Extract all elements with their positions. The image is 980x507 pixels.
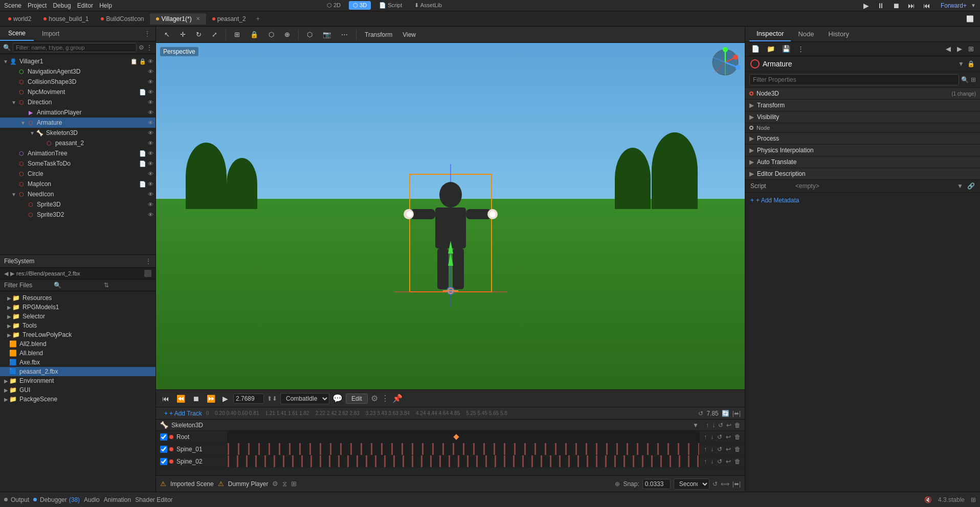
tab-world2[interactable]: world2 <box>2 13 37 25</box>
anim-zoom-slider[interactable]: ⟺ <box>721 480 729 488</box>
tree-eye-needicon[interactable]: 👁 <box>148 191 153 197</box>
dropdown-arrow[interactable]: ▼ <box>971 3 976 8</box>
tree-item-sprite3d2[interactable]: ▶ ⬡ Sprite3D2 👁 <box>0 210 155 220</box>
tree-item-npc[interactable]: ▶ ⬡ NpcMoviment 📄 👁 <box>0 87 155 97</box>
rotate-tool[interactable]: ↻ <box>192 29 206 40</box>
track-keyframes-spine01[interactable] <box>228 443 699 455</box>
audio-icon[interactable]: 🔇 <box>924 496 932 503</box>
local-global[interactable]: ⬡ <box>303 29 317 40</box>
menu-help[interactable]: Help <box>99 2 112 9</box>
anim-settings-btn[interactable]: ⚙ <box>371 394 378 403</box>
anim-comment-btn[interactable]: 💬 <box>332 394 343 403</box>
filter-search-icon[interactable]: 🔍 <box>961 76 969 83</box>
anim-layout-icon[interactable]: ⊞ <box>291 480 297 488</box>
play-button[interactable]: ▶ <box>861 1 871 11</box>
tab-add-button[interactable]: + <box>252 13 264 25</box>
tree-item-circle[interactable]: ▶ ⬡ Circle 👁 <box>0 169 155 179</box>
inspector-tool1[interactable]: 📄 <box>749 44 762 54</box>
add-track-button[interactable]: + + Add Track <box>160 410 206 417</box>
fs-item-resources[interactable]: ▶ 📁 Resources <box>0 293 155 303</box>
fs-search-icon[interactable]: 🔍 <box>54 282 101 289</box>
anim-name-select[interactable]: CombatIdle <box>280 393 329 404</box>
fs-item-tools[interactable]: ▶ 📁 Tools <box>0 321 155 330</box>
tree-eye-circle[interactable]: 👁 <box>148 171 153 177</box>
scale-tool[interactable]: ⤢ <box>208 29 221 40</box>
tree-eye-task[interactable]: 👁 <box>148 160 153 167</box>
track-group-action1[interactable]: ↑ <box>706 422 709 429</box>
script-dropdown[interactable]: ▼ <box>957 182 963 190</box>
track-undo-spine02[interactable]: ↩ <box>725 457 732 466</box>
anim-play-btn[interactable]: ▶ <box>220 394 230 404</box>
status-debugger[interactable]: Debugger (38) <box>33 496 80 503</box>
track-up-spine02[interactable]: ↑ <box>703 457 708 466</box>
tree-item-needicon[interactable]: ▼ ⬡ NeedIcon 👁 <box>0 189 155 199</box>
camera-tool[interactable]: 📷 <box>319 29 335 40</box>
tree-eye-sprite3d2[interactable]: 👁 <box>148 212 153 218</box>
anim-refresh-icon[interactable]: 🔄 <box>722 410 729 417</box>
fs-item-rpgmodels[interactable]: ▶ 📁 RPGModels1 <box>0 303 155 312</box>
anim-time-input[interactable] <box>233 394 264 404</box>
tab-maximize[interactable]: ⬜ <box>962 13 978 25</box>
status-audio[interactable]: Audio <box>84 496 100 503</box>
panel-tab-import[interactable]: Import <box>34 27 68 40</box>
fs-item-all2blend[interactable]: 🟧 All2.blend <box>0 339 155 349</box>
tree-lock-villager1[interactable]: 🔒 <box>139 58 146 65</box>
select-tool[interactable]: ↖ <box>160 29 174 40</box>
step-back[interactable]: ⏮ <box>921 1 932 11</box>
anim-filter-icon[interactable]: ⧖ <box>282 480 287 488</box>
fs-item-selector[interactable]: ▶ 📁 Selector <box>0 312 155 321</box>
pivot-tool[interactable]: ⊕ <box>280 29 294 40</box>
fs-item-allblend[interactable]: 🟧 All.blend <box>0 349 155 358</box>
anim-edit-btn[interactable]: Edit <box>346 394 368 404</box>
track-undo-root[interactable]: ↩ <box>725 433 732 441</box>
tree-eye-nav[interactable]: 👁 <box>148 68 153 75</box>
transform-section[interactable]: ▶ Transform <box>745 100 980 111</box>
track-reset-root[interactable]: ↺ <box>716 433 723 441</box>
tree-item-collision[interactable]: ▶ ⬡ CollisionShape3D 👁 <box>0 77 155 87</box>
fs-forward-btn[interactable]: ▶ <box>10 270 14 277</box>
tree-eye-animplayer[interactable]: 👁 <box>148 109 153 116</box>
move-tool[interactable]: ✛ <box>176 29 190 40</box>
tree-item-sprite3d[interactable]: ▶ ⬡ Sprite3D 👁 <box>0 199 155 210</box>
inspector-tab-node[interactable]: Node <box>791 27 821 41</box>
tree-item-peasant2-mesh[interactable]: ▶ ⬡ peasant_2 👁 <box>0 138 155 148</box>
track-check-spine02[interactable] <box>160 458 167 465</box>
mode-script[interactable]: 📄 Script <box>375 1 406 10</box>
track-up-spine01[interactable]: ↑ <box>703 445 708 453</box>
inspector-forward[interactable]: ▶ <box>955 44 964 54</box>
anim-next-frame[interactable]: ⏩ <box>205 394 217 404</box>
physics-interp-section[interactable]: ▶ Physics Interpolation <box>745 145 980 156</box>
status-animation[interactable]: Animation <box>104 496 131 503</box>
anim-fit-all[interactable]: |⬌| <box>732 480 741 488</box>
anim-bottom-icon1[interactable]: ⚙ <box>272 480 278 488</box>
tree-item-armature[interactable]: ▼ ⬡ Armature 👁 <box>0 118 155 128</box>
tree-eye-armature[interactable]: 👁 <box>148 120 153 126</box>
fs-item-environment[interactable]: ▶ 📁 Environment <box>0 376 155 385</box>
visibility-section[interactable]: ▶ Visibility <box>745 111 980 123</box>
track-check-root[interactable] <box>160 433 167 441</box>
version-settings[interactable]: ⊞ <box>971 496 976 503</box>
track-group-arrow[interactable]: ▼ <box>693 422 699 429</box>
menu-scene[interactable]: Scene <box>4 2 21 9</box>
tab-buildcost[interactable]: BuildCostIcon <box>95 13 150 25</box>
3d-viewport[interactable]: Perspective <box>156 43 745 389</box>
inspector-tab-history[interactable]: History <box>821 27 856 41</box>
node-type-dropdown[interactable]: ▼ <box>958 60 964 67</box>
filesystem-menu[interactable]: ⋮ <box>145 258 151 265</box>
inspector-tab-inspector[interactable]: Inspector <box>749 27 791 41</box>
track-reset-spine01[interactable]: ↺ <box>716 445 723 453</box>
fs-item-peasant2fbx[interactable]: 🟦 peasant_2.fbx <box>0 367 155 376</box>
add-metadata-row[interactable]: + + Add Metadata <box>745 193 980 208</box>
grid-snap[interactable]: ⊞ <box>230 29 244 40</box>
tree-item-task[interactable]: ▶ ⬡ SomeTaskToDo 📄 👁 <box>0 158 155 169</box>
status-output[interactable]: Output <box>4 496 29 503</box>
inspector-tool2[interactable]: 📁 <box>765 44 777 54</box>
fs-back-btn[interactable]: ◀ <box>4 270 8 277</box>
tree-item-villager1[interactable]: ▼ 👤 Villager1 📋 🔒 👁 <box>0 56 155 66</box>
anim-prev-frame[interactable]: ⏪ <box>174 394 187 404</box>
fs-item-axefbx[interactable]: 🟦 Axe.fbx <box>0 358 155 367</box>
tree-item-skeleton[interactable]: ▼ 🦴 Skeleton3D 👁 <box>0 128 155 138</box>
pause-button[interactable]: ⏸ <box>875 1 886 11</box>
script-link[interactable]: 🔗 <box>967 182 975 190</box>
inspector-history[interactable]: ⊞ <box>966 44 976 54</box>
